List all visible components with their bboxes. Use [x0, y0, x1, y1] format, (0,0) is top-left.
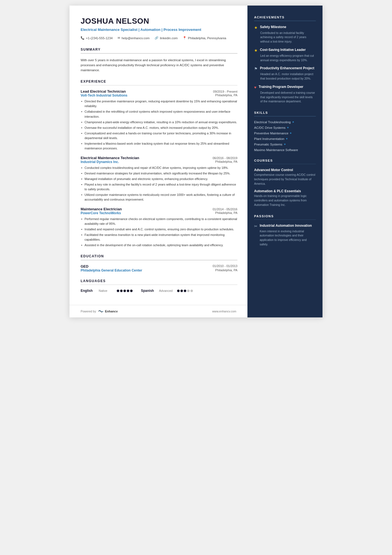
resume-page: JOSHUA NELSON Electrical Maintenance Spe…: [70, 6, 322, 317]
dot-en-2: [120, 290, 123, 292]
job-3-header: Maintenance Electrician 01/2014 - 05/201…: [81, 207, 237, 211]
job-1-bullet-4: Oversaw the successful installation of n…: [81, 125, 237, 130]
edu-1-location: Philadelphia, PA: [215, 268, 237, 272]
contact-info: 📞 +1-(234)-555-1234 ✉ help@enhancv.com 🔗…: [81, 36, 237, 40]
job-3: Maintenance Electrician 01/2014 - 05/201…: [81, 207, 237, 248]
education-section: EDUCATION GED 01/2010 - 01/2013 Philadel…: [81, 254, 237, 272]
header-section: JOSHUA NELSON Electrical Maintenance Spe…: [81, 17, 237, 40]
passion-1: ✂ Industrial Automation Innovation Keen …: [254, 224, 316, 247]
dot-es-3: [184, 290, 186, 292]
skill-5-label: Pneumatic Systems: [254, 143, 282, 146]
languages-row: English Native Spa: [81, 289, 237, 293]
summary-text: With over 5 years in industrial maintena…: [81, 58, 237, 73]
resume-footer: Powered by Enhancv www.enhancv.com: [70, 305, 247, 317]
powered-by-text: Powered by: [81, 310, 96, 313]
job-1-bullet-3: Championed a plant-wide energy efficienc…: [81, 120, 237, 125]
candidate-title: Electrical Maintenance Specialist | Auto…: [81, 27, 237, 32]
skill-2-label: AC/DC Drive Systems: [254, 126, 286, 129]
edu-1-school-row: Philadelphia General Education Center Ph…: [81, 268, 237, 272]
skill-4-dot: [286, 138, 287, 139]
courses-divider: [254, 164, 316, 164]
courses-section: COURSES Advanced Motor Control Comprehen…: [254, 159, 316, 207]
enhancv-logo: Enhancv: [98, 309, 118, 314]
email-icon: ✉: [118, 36, 120, 40]
skill-2-dot: [287, 127, 289, 128]
passion-1-content: Industrial Automation Innovation Keen in…: [260, 224, 316, 247]
dot-es-2: [180, 290, 183, 292]
lang-spanish-name: Spanish: [141, 289, 156, 293]
footer-website: www.enhancv.com: [212, 310, 236, 313]
achievement-3-desc: Headed an A.C. motor installation projec…: [254, 72, 316, 81]
achievement-4-header: ♥ Training Program Developer: [254, 85, 316, 90]
skill-4-label: Plant Instrumentation: [254, 137, 284, 140]
course-2-desc: Hands-on training in programmable logic …: [254, 194, 316, 207]
achievement-3: ⚑ Productivity Enhancement Project Heade…: [254, 66, 316, 81]
left-column: JOSHUA NELSON Electrical Maintenance Spe…: [70, 6, 247, 317]
dot-es-5: [190, 290, 193, 292]
course-2-title: Automation & PLC Essentials: [254, 189, 316, 193]
experience-title: EXPERIENCE: [81, 80, 237, 83]
location-icon: 📍: [183, 36, 187, 40]
job-2-dates: 06/2016 - 08/2019: [213, 156, 237, 160]
skill-6-label: Maximo Maintenance Software: [254, 148, 298, 152]
job-1-bullet-5: Conceptualized and executed a hands-on t…: [81, 131, 237, 140]
job-3-bullet-4: Assisted in the development of the on-ca…: [81, 243, 237, 248]
achievement-1-desc: Contributed to an industrial facility ac…: [254, 31, 316, 44]
achievement-2-header: ★ Cost-Saving Initiative Leader: [254, 48, 316, 53]
lang-spanish-level: Advanced: [159, 289, 174, 292]
edu-1-dates: 01/2010 - 01/2013: [213, 264, 237, 268]
dot-es-1: [177, 290, 180, 292]
job-3-bullet-3: Facilitated the seamless transition to a…: [81, 233, 237, 242]
passions-title: PASSIONS: [254, 214, 316, 218]
edu-1-header: GED 01/2010 - 01/2013: [81, 264, 237, 268]
passion-1-icon: ✂: [254, 224, 257, 228]
achievement-1: ★ Safety Milestone Contributed to an ind…: [254, 25, 316, 44]
achievement-3-icon: ⚑: [254, 66, 258, 71]
achievement-4: ♥ Training Program Developer Developed a…: [254, 85, 316, 104]
email-item: ✉ help@enhancv.com: [118, 36, 150, 40]
achievement-1-header: ★ Safety Milestone: [254, 25, 316, 30]
job-2-company: Industrial Dynamics Inc.: [81, 160, 119, 164]
skill-5: Pneumatic Systems: [254, 143, 316, 146]
job-2-header: Electrical Maintenance Technician 06/201…: [81, 156, 237, 160]
job-2-bullet-4: Played a key role in achieving the facil…: [81, 182, 237, 192]
job-3-title: Maintenance Electrician: [81, 207, 122, 211]
location-item: 📍 Philadelphia, Pennsylvania: [183, 36, 226, 40]
job-1-bullets: Directed the preventive maintenance prog…: [81, 99, 237, 151]
logo-svg: [98, 309, 104, 314]
phone-icon: 📞: [81, 36, 85, 40]
skill-6: Maximo Maintenance Software: [254, 148, 316, 152]
job-1-bullet-6: Implemented a Maximo-based work order tr…: [81, 141, 237, 151]
skill-3-dot: [290, 132, 291, 134]
phone-item: 📞 +1-(234)-555-1234: [81, 36, 113, 40]
summary-title: SUMMARY: [81, 48, 237, 51]
languages-section: LANGUAGES English Native: [81, 279, 237, 293]
brand-name: Enhancv: [105, 310, 118, 313]
experience-divider: [81, 85, 237, 86]
right-column: ACHIEVEMENTS ★ Safety Milestone Contribu…: [247, 6, 322, 317]
edu-1-degree: GED: [81, 264, 88, 268]
skills-divider: [254, 116, 316, 117]
summary-section: SUMMARY With over 5 years in industrial …: [81, 48, 237, 73]
job-1-bullet-2: Collaborated in the retrofitting of cont…: [81, 109, 237, 119]
achievement-1-title: Safety Milestone: [260, 25, 286, 29]
lang-english-name: English: [81, 289, 96, 293]
location-text: Philadelphia, Pennsylvania: [188, 36, 226, 40]
job-1-dates: 09/2019 - Present: [213, 90, 237, 93]
achievement-2-icon: ★: [254, 48, 258, 53]
job-2-bullet-2: Devised maintenance strategies for plant…: [81, 171, 237, 176]
achievements-section: ACHIEVEMENTS ★ Safety Milestone Contribu…: [254, 16, 316, 104]
phone-number: +1-(234)-555-1234: [86, 36, 113, 40]
experience-section: EXPERIENCE Lead Electrical Technician 09…: [81, 80, 237, 248]
job-2-bullet-3: Managed installation of pneumatic and el…: [81, 177, 237, 181]
skill-4: Plant Instrumentation: [254, 137, 316, 140]
skill-1-label: Electrical Troubleshooting: [254, 120, 291, 124]
lang-english-dots: [117, 290, 133, 292]
skill-3-label: Preventive Maintenance: [254, 132, 288, 135]
lang-english-level: Native: [99, 289, 114, 292]
achievements-title: ACHIEVEMENTS: [254, 16, 316, 19]
job-2-location: Philadelphia, PA: [215, 160, 237, 164]
education-title: EDUCATION: [81, 254, 237, 258]
courses-title: COURSES: [254, 159, 316, 162]
passion-1-desc: Keen interest in evolving industrial aut…: [260, 229, 316, 247]
